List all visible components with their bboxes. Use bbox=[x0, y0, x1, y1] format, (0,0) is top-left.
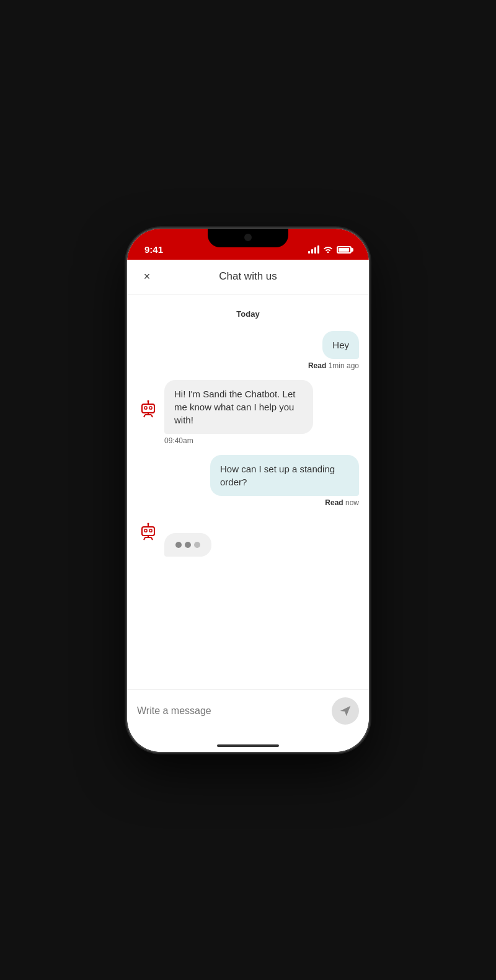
typing-dot-1 bbox=[175, 542, 182, 548]
bot-avatar bbox=[137, 399, 159, 422]
camera-dot bbox=[244, 234, 252, 241]
status-icons bbox=[308, 245, 352, 255]
chat-area: Today Hey Read 1min ago bbox=[127, 294, 369, 689]
message-meta: Read 1min ago bbox=[137, 361, 359, 370]
bot-icon-typing bbox=[138, 522, 158, 544]
phone-screen: 9:41 × Chat wi bbox=[127, 229, 369, 752]
message-bubble: Hey bbox=[322, 331, 359, 359]
typing-dot-2 bbox=[185, 542, 191, 548]
typing-dot-3 bbox=[194, 542, 200, 548]
bot-icon bbox=[138, 399, 158, 422]
bot-avatar-typing bbox=[137, 522, 159, 544]
svg-rect-11 bbox=[149, 529, 152, 532]
date-separator: Today bbox=[137, 309, 359, 319]
message-time: 1min ago bbox=[329, 361, 359, 370]
message-bubble: Hi! I'm Sandi the Chatbot. Let me know w… bbox=[164, 380, 313, 434]
close-button[interactable]: × bbox=[137, 267, 157, 286]
input-area bbox=[127, 689, 369, 739]
svg-line-8 bbox=[151, 415, 153, 417]
message-meta: 09:40am bbox=[164, 436, 359, 445]
message-row: Hi! I'm Sandi the Chatbot. Let me know w… bbox=[137, 380, 359, 434]
message-meta: Read now bbox=[137, 498, 359, 507]
svg-line-17 bbox=[151, 537, 153, 540]
message-bubble: How can I set up a standing order? bbox=[210, 455, 359, 496]
message-row: How can I set up a standing order? bbox=[137, 455, 359, 496]
battery-icon bbox=[337, 246, 352, 254]
status-time: 9:41 bbox=[144, 244, 163, 255]
home-bar bbox=[217, 744, 279, 747]
svg-line-16 bbox=[144, 537, 145, 540]
message-input[interactable] bbox=[137, 705, 326, 717]
read-label: Read bbox=[325, 498, 343, 507]
send-button[interactable] bbox=[332, 697, 359, 725]
message-time: 09:40am bbox=[164, 436, 193, 445]
app-header: × Chat with us bbox=[127, 260, 369, 294]
svg-rect-0 bbox=[142, 404, 154, 413]
signal-bars-icon bbox=[308, 245, 319, 254]
svg-point-13 bbox=[148, 523, 149, 524]
svg-rect-2 bbox=[149, 407, 152, 409]
read-label: Read bbox=[308, 361, 326, 370]
svg-rect-9 bbox=[142, 527, 154, 536]
home-indicator bbox=[127, 739, 369, 752]
svg-point-4 bbox=[148, 400, 149, 402]
svg-rect-10 bbox=[144, 529, 147, 532]
phone-frame: 9:41 × Chat wi bbox=[127, 229, 369, 752]
page-title: Chat with us bbox=[219, 270, 277, 283]
message-time: now bbox=[345, 498, 359, 507]
svg-line-7 bbox=[144, 415, 145, 417]
wifi-icon bbox=[323, 245, 333, 255]
svg-rect-1 bbox=[144, 407, 147, 409]
typing-bubble bbox=[164, 533, 211, 557]
typing-indicator-row bbox=[137, 522, 359, 557]
message-row: Hey bbox=[137, 331, 359, 359]
